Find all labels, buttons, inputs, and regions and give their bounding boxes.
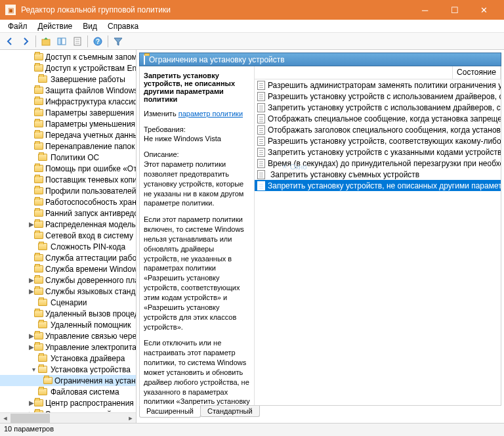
tree-item[interactable]: ▶Управление электропитани [0,341,136,353]
policy-icon [257,92,265,101]
folder-icon [38,75,49,84]
tree-item[interactable]: ▶Политики ОС [0,152,136,163]
menu-file[interactable]: Файл [3,20,33,32]
tab-standard[interactable]: Стандартный [200,406,260,417]
minimize-button[interactable]: ─ [410,0,440,20]
expand-icon[interactable]: ▶ [29,343,34,351]
expand-icon[interactable]: ▶ [29,276,34,284]
tree-item-label: Сложность PIN-кода [51,242,125,251]
tree-item[interactable]: ▶Профили пользователей [0,185,136,196]
expand-icon[interactable]: ▶ [29,221,34,228]
list-row[interactable]: Время (в секундах) до принудительной пер… [255,158,501,169]
tree-item[interactable]: ▶Сценарии [0,297,136,308]
tree-item[interactable]: ▶Защита файлов Windows [0,85,136,96]
folder-icon [34,287,43,296]
list-row[interactable]: Разрешить установку устройств с использо… [255,91,501,102]
tree-item-label: Служба аттестации работос [45,253,136,263]
forward-button[interactable] [18,34,33,49]
list-row[interactable]: Запретить установку съемных устройств [255,169,501,180]
tree-item-label: Установка драйвера [51,354,125,363]
tree-item[interactable]: ▶Центр распространения кл [0,397,136,408]
list-row[interactable]: Разрешить установку устройств, соответст… [255,135,501,146]
back-button[interactable] [3,34,17,49]
svg-rect-0 [42,39,50,45]
tree-item[interactable]: ▶Параметры завершения ра [0,107,136,118]
list-row[interactable]: Отображать заголовок специального сообще… [255,124,501,135]
tree-item[interactable]: ▶Удаленный вызов процедур [0,308,136,319]
tree-item[interactable]: ▶Службы доверенного плат [0,274,136,286]
menu-action[interactable]: Действие [33,20,78,32]
list-row[interactable]: Запретить установку устройств с использо… [255,102,501,113]
menu-view[interactable]: Вид [77,20,102,32]
edit-prefix: Изменить [144,110,177,118]
folder-icon [34,108,43,118]
app-icon: ▣ [5,5,16,15]
tree-item[interactable]: ▶Удаленный помощник [0,319,136,330]
tree-item[interactable]: ▶Доступ к устройствам Enha [0,62,136,74]
collapse-icon[interactable]: ▾ [29,366,38,373]
filter-button[interactable] [111,34,125,49]
tree-item[interactable]: ▶Завершение работы [0,74,136,85]
edit-policy-link[interactable]: параметр политики [178,110,243,118]
tab-extended[interactable]: Расширенный [139,405,201,418]
tree-item[interactable]: ▶Ранний запуск антивредонс [0,207,136,219]
title-bar: ▣ Редактор локальной групповой политики … [0,0,504,20]
tree-item[interactable]: ▶Поставщик теневых копий [0,174,136,185]
tree-item[interactable]: ▶Управление связью через И [0,330,136,341]
close-button[interactable]: ✕ [469,0,499,20]
expand-icon[interactable]: ▶ [29,332,34,339]
tree-item[interactable]: ▶Сетевой вход в систему [0,230,136,241]
content-header: Ограничения на установку устройств [139,53,501,66]
tree-item[interactable]: ▶Ограничения на установк [0,375,136,386]
maximize-button[interactable]: ☐ [440,0,469,20]
policy-icon [257,81,265,90]
folder-icon [34,64,43,73]
up-button[interactable] [39,34,53,49]
tree-item[interactable]: ▶Установка драйвера [0,353,136,364]
policy-icon [257,170,268,179]
content-pane: Ограничения на установку устройств Запре… [136,50,504,423]
list-row[interactable]: Запретить установку устройств, не описан… [255,180,501,191]
tree-item[interactable]: ▶Доступ к съемным запоми [0,51,136,62]
list-row[interactable]: Запретить установку устройств с указанны… [255,146,501,158]
tree-item[interactable]: ▶Службы языковых стандарт [0,286,136,297]
column-setting[interactable] [255,66,453,79]
folder-icon [34,53,43,62]
list-row[interactable]: Разрешить администраторам заменять полит… [255,79,501,91]
policy-icon [257,125,265,135]
tree-item[interactable]: ▶Служба аттестации работос [0,252,136,263]
tree-h-scrollbar[interactable]: ◄ ► [0,412,136,423]
policy-title: Запретить установку устройств, не описан… [144,72,250,103]
tree-item-label: Удаленный вызов процедур [45,309,136,318]
properties-button[interactable] [70,34,85,49]
tree-item[interactable]: ▶Файловая система [0,386,136,397]
tree-item[interactable]: ▶Инфраструктура классифи [0,96,136,107]
tree-item[interactable]: ▶Передача учетных данных [0,129,136,141]
svg-text:?: ? [96,38,100,45]
tree-item-label: Удаленный помощник [51,320,131,330]
tree-item[interactable]: ▶Служба времени Windows [0,263,136,274]
tree-item-label: Центр распространения кл [45,399,136,408]
tree-item[interactable]: ▶Распределенная модель СС [0,219,136,230]
folder-icon [34,399,43,408]
tree-item[interactable]: ▶Работоспособность храни [0,196,136,207]
show-hide-tree-button[interactable] [54,34,69,49]
tree-item[interactable]: ▶Параметры уменьшения ри [0,118,136,129]
tree-item[interactable]: ▶Сложность PIN-кода [0,241,136,252]
list-row[interactable]: Отображать специальное сообщение, когда … [255,113,501,124]
expand-icon[interactable]: ▶ [29,399,34,406]
tree-item-label: Службы доверенного плат [45,276,136,285]
folder-icon [38,365,49,374]
tree-item[interactable]: ▶Помощь при ошибке «Отк [0,163,136,174]
tree-item-label: Политики ОС [51,153,99,162]
menu-help[interactable]: Справка [102,20,144,32]
expand-icon[interactable]: ▶ [29,288,34,295]
tree-item[interactable]: ▾Установка устройства [0,364,136,375]
folder-icon [38,387,49,397]
column-state[interactable]: Состояние [453,66,501,79]
list-row-label: Отображать заголовок специального сообще… [268,125,501,135]
list-row-label: Разрешить установку устройств, соответст… [268,137,501,146]
tree-item-label: Завершение работы [51,75,125,84]
help-button[interactable]: ? [91,34,105,49]
tree-item[interactable]: ▶Перенаправление папок [0,141,136,152]
